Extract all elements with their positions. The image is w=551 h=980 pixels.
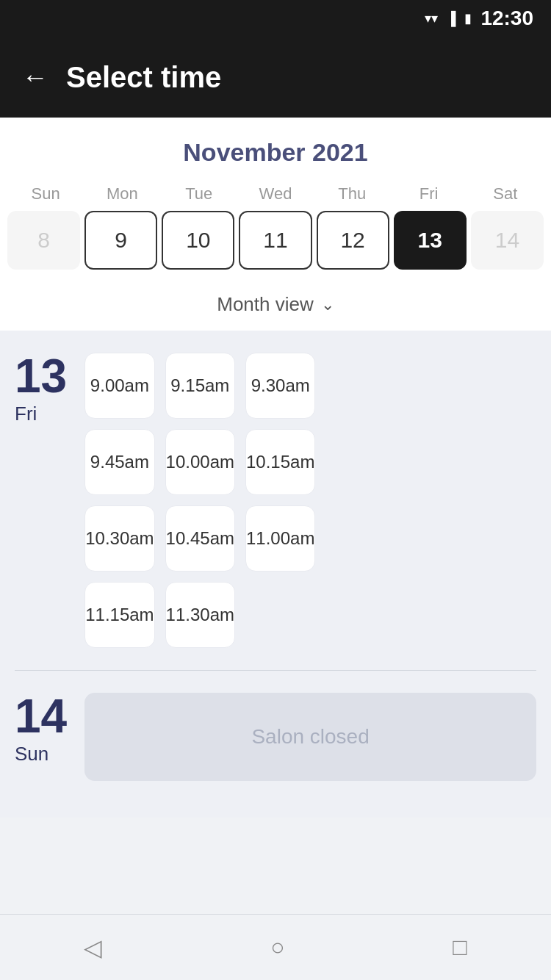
time-slot-1015am[interactable]: 10.15am: [245, 429, 315, 495]
battery-icon: ▮: [464, 10, 472, 26]
date-cell-9[interactable]: 9: [84, 211, 157, 270]
nav-back-icon[interactable]: ◁: [84, 934, 102, 962]
time-slot-945am[interactable]: 9.45am: [84, 429, 154, 495]
time-grid-13: 9.00am 9.15am 9.30am 9.45am 10.00am 10.1…: [84, 353, 315, 648]
month-view-label: Month view: [217, 293, 314, 316]
header: ← Select time: [0, 37, 551, 118]
weekday-sat: Sat: [467, 184, 544, 203]
day-name-13: Fri: [15, 403, 67, 425]
weekday-wed: Wed: [237, 184, 314, 203]
weekday-mon: Mon: [84, 184, 160, 203]
date-cell-8[interactable]: 8: [7, 211, 80, 270]
weekday-headers: Sun Mon Tue Wed Thu Fri Sat: [0, 184, 551, 203]
date-cell-10[interactable]: 10: [162, 211, 234, 270]
weekday-fri: Fri: [390, 184, 467, 203]
date-cell-12[interactable]: 12: [317, 211, 389, 270]
nav-home-icon[interactable]: ○: [270, 934, 284, 961]
chevron-down-icon: ⌄: [321, 295, 334, 314]
time-slot-1115am[interactable]: 11.15am: [84, 582, 154, 648]
day-header-13: 13 Fri 9.00am 9.15am 9.30am 9.45am 10.00…: [15, 353, 536, 648]
day-info-13: 13 Fri: [15, 353, 67, 425]
signal-icon: ▐: [447, 11, 456, 26]
day-divider: [15, 670, 536, 671]
bottom-navigation: ◁ ○ □: [0, 914, 551, 980]
status-bar: ▾▾ ▐ ▮ 12:30: [0, 0, 551, 37]
day-block-14: 14 Sun Salon closed: [15, 693, 536, 781]
time-slot-915am[interactable]: 9.15am: [165, 353, 235, 419]
time-slot-900am[interactable]: 9.00am: [84, 353, 154, 419]
dates-row: 8 9 10 11 12 13 14: [0, 211, 551, 270]
weekday-sun: Sun: [7, 184, 84, 203]
month-year-title: November 2021: [0, 138, 551, 167]
day-block-13: 13 Fri 9.00am 9.15am 9.30am 9.45am 10.00…: [15, 353, 536, 648]
weekday-thu: Thu: [314, 184, 390, 203]
day-name-14: Sun: [15, 743, 67, 765]
time-slot-1130am[interactable]: 11.30am: [165, 582, 235, 648]
salon-closed-message: Salon closed: [84, 693, 536, 781]
closed-block-14: 14 Sun Salon closed: [15, 693, 536, 781]
back-button[interactable]: ←: [22, 64, 48, 90]
page-title: Select time: [66, 61, 221, 94]
date-cell-14[interactable]: 14: [471, 211, 544, 270]
date-cell-13[interactable]: 13: [394, 211, 467, 270]
status-time: 12:30: [480, 7, 533, 30]
time-slot-1030am[interactable]: 10.30am: [84, 505, 154, 572]
time-slot-1100am[interactable]: 11.00am: [245, 505, 315, 572]
weekday-tue: Tue: [161, 184, 237, 203]
nav-recent-icon[interactable]: □: [453, 934, 467, 961]
day-number-14: 14: [15, 693, 67, 740]
time-slots-section: 13 Fri 9.00am 9.15am 9.30am 9.45am 10.00…: [0, 331, 551, 818]
time-slot-1045am[interactable]: 10.45am: [165, 505, 235, 572]
day-info-14: 14 Sun: [15, 693, 67, 765]
month-view-toggle[interactable]: Month view ⌄: [0, 283, 551, 331]
wifi-icon: ▾▾: [425, 10, 438, 26]
time-slot-930am[interactable]: 9.30am: [245, 353, 315, 419]
calendar-section: November 2021 Sun Mon Tue Wed Thu Fri Sa…: [0, 118, 551, 331]
time-slot-1000am[interactable]: 10.00am: [165, 429, 235, 495]
day-number-13: 13: [15, 353, 67, 400]
date-cell-11[interactable]: 11: [239, 211, 311, 270]
